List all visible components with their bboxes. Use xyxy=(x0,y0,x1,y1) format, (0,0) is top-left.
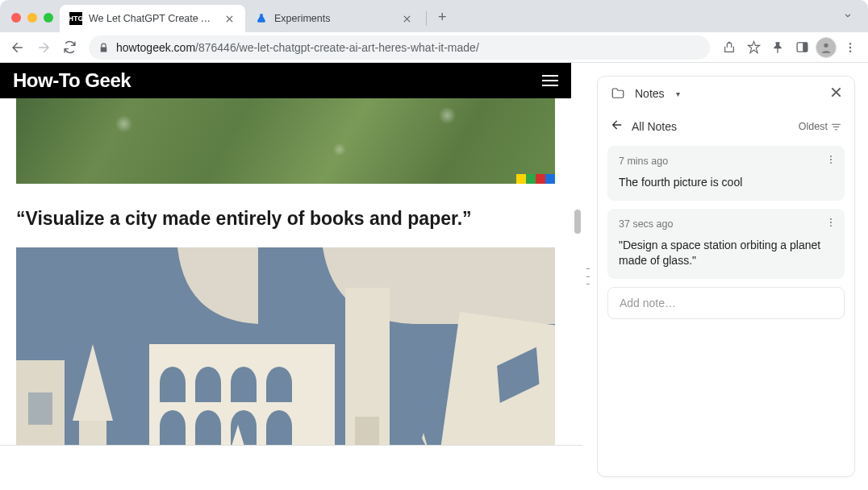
avatar xyxy=(816,37,837,58)
address-bar[interactable]: howtogeek.com/876446/we-let-chatgpt-crea… xyxy=(89,35,710,60)
forward-button[interactable] xyxy=(32,36,55,59)
extension-pin-icon[interactable] xyxy=(766,36,789,59)
url-text: howtogeek.com/876446/we-let-chatgpt-crea… xyxy=(116,41,479,54)
article-image-meadow xyxy=(16,98,555,184)
share-icon[interactable] xyxy=(718,36,741,59)
toolbar: howtogeek.com/876446/we-let-chatgpt-crea… xyxy=(0,32,868,63)
site-logo[interactable]: How-To Geek xyxy=(13,69,131,92)
note-menu-button[interactable] xyxy=(825,217,837,231)
scrollbar-thumb[interactable] xyxy=(574,210,581,234)
sort-label: Oldest xyxy=(799,121,828,132)
svg-rect-1 xyxy=(803,43,807,52)
svg-rect-8 xyxy=(28,392,52,425)
close-tab-button[interactable] xyxy=(223,12,236,25)
svg-point-19 xyxy=(830,156,832,157)
article-heading: “Visualize a city made entirely of books… xyxy=(16,208,555,230)
filter-icon xyxy=(831,122,841,132)
svg-point-3 xyxy=(849,43,851,44)
reload-button[interactable] xyxy=(58,36,81,59)
tab-title: We Let ChatGPT Create AI Art, xyxy=(89,13,216,24)
hamburger-icon[interactable] xyxy=(542,75,558,86)
svg-point-24 xyxy=(830,225,832,226)
panel-resize-handle[interactable] xyxy=(582,63,594,490)
tab-experiments[interactable]: Experiments xyxy=(245,5,423,32)
panel-title[interactable]: Notes xyxy=(635,87,665,100)
titlebar: HTG We Let ChatGPT Create AI Art, Experi… xyxy=(0,0,868,32)
side-panel: Notes ▾ All Notes Oldest 7 mins ago xyxy=(594,63,868,490)
notes-list: 7 mins ago The fourth picture is cool 37… xyxy=(598,146,854,319)
note-timestamp: 7 mins ago xyxy=(619,156,833,167)
note-item[interactable]: 37 secs ago "Design a space station orbi… xyxy=(607,209,845,279)
note-text: "Design a space station orbiting a plane… xyxy=(619,238,833,269)
close-panel-button[interactable] xyxy=(831,86,841,101)
folder-icon xyxy=(611,86,625,101)
scrollbar[interactable] xyxy=(571,63,582,490)
bottom-shelf xyxy=(0,445,582,490)
page-content[interactable]: “Visualize a city made entirely of books… xyxy=(0,63,571,490)
sort-button[interactable]: Oldest xyxy=(799,121,841,132)
flask-icon xyxy=(255,12,268,25)
panel-header: Notes ▾ xyxy=(598,77,854,110)
tab-favicon-icon: HTG xyxy=(69,12,82,25)
tab-howtogeek[interactable]: HTG We Let ChatGPT Create AI Art, xyxy=(60,5,245,32)
svg-point-22 xyxy=(830,218,832,220)
sidepanel-icon[interactable] xyxy=(791,36,813,59)
add-note[interactable] xyxy=(607,287,845,319)
bookmark-icon[interactable] xyxy=(742,36,765,59)
chevron-down-icon[interactable]: ▾ xyxy=(676,89,680,98)
overflow-menu-button[interactable] xyxy=(839,36,862,59)
window-controls xyxy=(8,13,60,32)
browser-chrome: HTG We Let ChatGPT Create AI Art, Experi… xyxy=(0,0,868,63)
svg-point-23 xyxy=(830,222,832,223)
profile-button[interactable] xyxy=(815,36,837,59)
tabs-overflow-button[interactable] xyxy=(836,10,860,32)
maximize-window-button[interactable] xyxy=(44,13,53,23)
notes-panel: Notes ▾ All Notes Oldest 7 mins ago xyxy=(597,76,855,477)
close-window-button[interactable] xyxy=(11,13,21,23)
note-item[interactable]: 7 mins ago The fourth picture is cool xyxy=(607,146,845,201)
panel-subheader: All Notes Oldest xyxy=(598,110,854,146)
lock-icon xyxy=(98,42,110,53)
close-tab-button[interactable] xyxy=(400,12,413,25)
page-viewport: “Visualize a city made entirely of books… xyxy=(0,63,582,490)
minimize-window-button[interactable] xyxy=(27,13,37,23)
site-header: How-To Geek xyxy=(0,63,571,98)
all-notes-link[interactable]: All Notes xyxy=(632,120,677,133)
back-button[interactable] xyxy=(6,36,29,59)
svg-point-5 xyxy=(849,50,851,52)
tab-strip: HTG We Let ChatGPT Create AI Art, Experi… xyxy=(60,5,455,32)
svg-point-4 xyxy=(849,46,851,48)
svg-point-21 xyxy=(830,162,832,164)
note-text: The fourth picture is cool xyxy=(619,175,833,191)
dalle-signature xyxy=(516,174,555,184)
note-menu-button[interactable] xyxy=(825,154,837,168)
article-body: “Visualize a city made entirely of books… xyxy=(0,63,571,490)
tab-separator xyxy=(426,11,427,26)
content-area: “Visualize a city made entirely of books… xyxy=(0,63,868,490)
svg-point-2 xyxy=(824,43,828,47)
new-tab-button[interactable]: + xyxy=(430,9,455,32)
svg-point-20 xyxy=(830,159,832,160)
tab-title: Experiments xyxy=(274,13,394,24)
add-note-input[interactable] xyxy=(620,297,833,309)
toolbar-right xyxy=(718,36,862,59)
back-arrow-icon[interactable] xyxy=(611,118,624,135)
note-timestamp: 37 secs ago xyxy=(619,218,833,230)
